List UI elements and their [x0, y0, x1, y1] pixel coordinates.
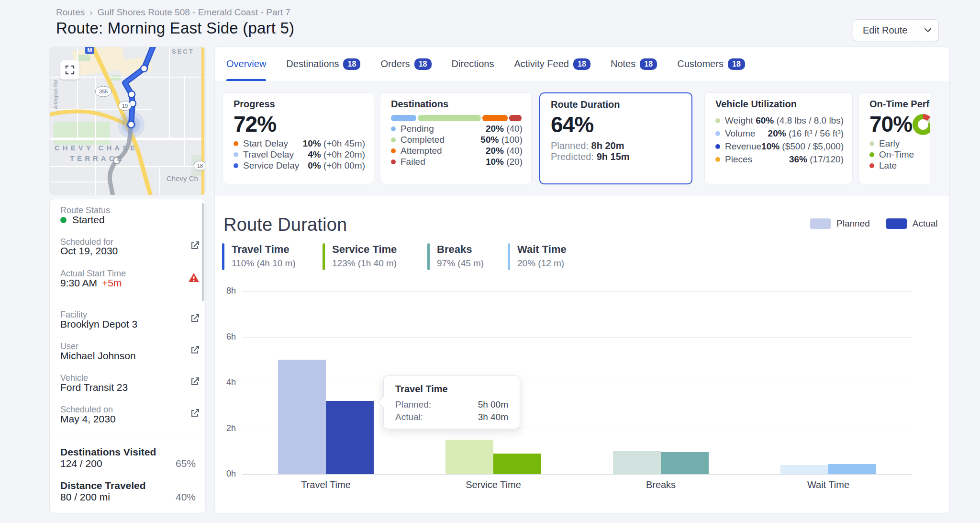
- kpi-row: Travel Time110% (4h 10 m)Service Time123…: [215, 243, 950, 272]
- kpi-label: Travel Time: [232, 243, 296, 256]
- bar-planned-breaks[interactable]: [613, 451, 661, 474]
- legend-swatch: [810, 218, 831, 229]
- predicted-duration: Predicted: 9h 15m: [551, 151, 630, 162]
- progress-card[interactable]: Progress 72% Start Delay10% (+0h 45m)Tra…: [223, 92, 374, 184]
- bar-actual-wait-time[interactable]: [828, 464, 876, 474]
- bar-planned-travel-time[interactable]: [278, 360, 326, 474]
- y-axis-tick: 6h: [214, 332, 236, 342]
- edit-route-menu-button[interactable]: [917, 20, 938, 41]
- legend-dot: [391, 148, 396, 153]
- kpi-accent-bar: [323, 243, 325, 270]
- gridline: [242, 474, 912, 475]
- warning-icon: [188, 272, 200, 284]
- y-axis-tick: 2h: [214, 423, 236, 433]
- external-link-icon[interactable]: [189, 240, 200, 251]
- edit-route-button[interactable]: Edit Route: [853, 20, 917, 41]
- external-link-icon[interactable]: [189, 344, 200, 356]
- bar-segment-attempted: [482, 115, 508, 121]
- legend-dot: [869, 152, 874, 157]
- facility-value: Brooklyn Depot 3: [60, 318, 137, 330]
- route-duration-card[interactable]: Route Duration 64% Planned: 8h 20m Predi…: [539, 92, 692, 184]
- external-link-icon[interactable]: [189, 376, 200, 387]
- legend-row-start-delay: Start Delay10% (+0h 45m): [234, 138, 365, 149]
- legend-row-volume: Volume20% (16 ft³ / 56 ft³): [715, 127, 844, 140]
- bar-planned-service-time[interactable]: [445, 440, 493, 474]
- vehicle-value: Ford Transit 23: [60, 382, 128, 393]
- svg-text:18: 18: [197, 163, 203, 169]
- destinations-visited-value: 124 / 200: [60, 458, 102, 469]
- legend-row-failed: Failed10% (20): [391, 156, 523, 167]
- destinations-card[interactable]: Destinations Pending20% (40)Completed50%…: [380, 92, 532, 184]
- legend-row-on-time: On-Time: [869, 149, 930, 160]
- external-link-icon[interactable]: [189, 313, 200, 324]
- route-duration-value: 64%: [551, 112, 593, 137]
- legend-row-completed: Completed50% (100): [391, 134, 523, 145]
- tab-count-badge: 18: [728, 58, 745, 70]
- kpi-breaks[interactable]: Breaks97% (45 m): [427, 243, 484, 270]
- legend-dot: [715, 157, 720, 162]
- bar-planned-wait-time[interactable]: [780, 465, 828, 474]
- tab-count-badge: 18: [343, 58, 360, 70]
- legend-label: Service Delay: [243, 160, 308, 171]
- legend-row-service-delay: Service Delay0% (+0h 00m): [234, 160, 365, 171]
- legend-value: 20% (16 ft³ / 56 ft³): [768, 128, 844, 139]
- tab-activity-feed[interactable]: Activity Feed18: [514, 47, 590, 81]
- user-value: Michael Johnson: [60, 350, 136, 362]
- tab-customers[interactable]: Customers18: [677, 47, 745, 81]
- legend-dot: [234, 141, 238, 146]
- external-link-icon[interactable]: [189, 408, 200, 419]
- legend-item-planned: Planned: [810, 218, 870, 229]
- tab-overview[interactable]: Overview: [226, 47, 266, 81]
- ontime-performance-card[interactable]: On-Time Performance 70% EarlyOn-TimeLate: [858, 92, 930, 184]
- bar-actual-breaks[interactable]: [661, 452, 709, 474]
- svg-text:19: 19: [122, 103, 128, 109]
- legend-row-attempted: Attempted20% (40): [391, 145, 523, 156]
- legend-value: 36% (17/120): [789, 154, 844, 165]
- sidebar-scrollbar[interactable]: [202, 203, 204, 301]
- vehicle-utilization-card[interactable]: Vehicle Utilization Weight60% (4.8 lbs /…: [704, 92, 853, 184]
- map-fullscreen-button[interactable]: [60, 60, 79, 80]
- tab-label: Customers: [677, 58, 724, 69]
- tab-count-badge: 18: [640, 58, 657, 70]
- legend-label: Revenue: [725, 141, 761, 152]
- legend-dot: [391, 126, 396, 131]
- kpi-wait-time[interactable]: Wait Time20% (12 m): [508, 243, 567, 270]
- tab-label: Activity Feed: [514, 58, 568, 69]
- tab-label: Orders: [380, 58, 410, 69]
- legend-label: Start Delay: [243, 138, 303, 149]
- tab-count-badge: 18: [573, 58, 590, 70]
- legend-row-pieces: Pieces36% (17/120): [715, 153, 844, 166]
- card-title: Route Duration: [551, 99, 620, 110]
- duration-bar-chart: 0h2h4h6h8hTravel TimeService TimeBreaksW…: [242, 291, 912, 474]
- kpi-accent-bar: [427, 243, 430, 270]
- legend-swatch: [886, 218, 907, 229]
- gridline: [242, 383, 912, 383]
- legend-value: 10% (20): [486, 157, 523, 167]
- page-title: Route: Morning East Side (part 5): [56, 19, 294, 37]
- breadcrumb-root[interactable]: Routes: [56, 7, 85, 17]
- tab-notes[interactable]: Notes18: [611, 47, 657, 81]
- bar-segment-completed: [418, 115, 481, 121]
- bar-actual-service-time[interactable]: [493, 454, 541, 474]
- legend-item-actual: Actual: [886, 218, 938, 229]
- kpi-travel-time[interactable]: Travel Time110% (4h 10 m): [222, 243, 296, 270]
- svg-text:CHEVY CHASE: CHEVY CHASE: [55, 144, 138, 152]
- status-dot: [60, 217, 67, 223]
- destinations-stacked-bar: [391, 115, 522, 121]
- legend-dot: [715, 144, 720, 149]
- breadcrumb: Routes›Gulf Shores Route 508 - Emerald C…: [56, 7, 290, 18]
- bar-actual-travel-time[interactable]: [326, 401, 374, 474]
- tab-label: Destinations: [286, 58, 339, 69]
- tab-label: Notes: [611, 58, 635, 69]
- kpi-service-time[interactable]: Service Time123% (1h 40 m): [323, 243, 397, 270]
- kpi-value: 110% (4h 10 m): [232, 258, 296, 269]
- legend-value: 20% (40): [486, 124, 523, 134]
- kpi-value: 123% (1h 40 m): [332, 258, 397, 269]
- tab-bar: OverviewDestinations18Orders18Directions…: [215, 47, 949, 81]
- kpi-label: Wait Time: [517, 243, 567, 256]
- tab-orders[interactable]: Orders18: [380, 47, 431, 81]
- svg-text:M: M: [88, 47, 92, 54]
- tab-destinations[interactable]: Destinations18: [286, 47, 360, 81]
- main-panel: OverviewDestinations18Orders18Directions…: [214, 46, 950, 513]
- tab-directions[interactable]: Directions: [452, 47, 494, 81]
